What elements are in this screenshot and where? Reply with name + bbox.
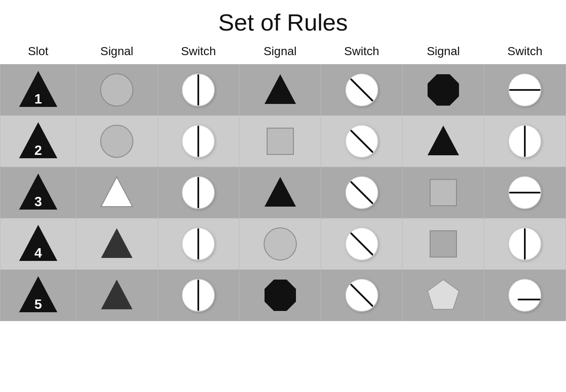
svg-marker-46	[101, 280, 132, 309]
switch2-cell	[321, 270, 403, 321]
signal2-cell	[239, 270, 321, 321]
switch3-shape	[489, 276, 561, 314]
switch2-shape	[325, 225, 398, 263]
svg-marker-35	[101, 228, 132, 258]
signal1-shape	[81, 174, 153, 212]
slot-cell: 4	[0, 218, 76, 270]
signal3-cell	[403, 116, 484, 167]
signal2-shape	[244, 71, 316, 109]
header-signal2: Signal	[239, 40, 321, 64]
signal2-shape	[244, 174, 316, 212]
signal3-cell	[403, 270, 484, 321]
slot-cell: 1	[0, 64, 76, 116]
signal2-cell	[239, 167, 321, 218]
header-slot: Slot	[0, 40, 76, 64]
slot-cell: 2	[0, 116, 76, 167]
table-row: 5	[0, 270, 566, 321]
switch3-shape	[489, 122, 561, 160]
svg-text:4: 4	[34, 245, 42, 260]
switch1-shape	[162, 276, 235, 314]
switch1-cell	[158, 116, 239, 167]
signal3-shape	[407, 276, 479, 314]
signal2-shape	[244, 122, 316, 160]
header-signal1: Signal	[76, 40, 158, 64]
switch1-cell	[158, 167, 239, 218]
signal1-cell	[76, 167, 158, 218]
switch2-shape	[325, 122, 398, 160]
svg-text:2: 2	[34, 143, 42, 158]
switch3-cell	[484, 167, 566, 218]
header-signal3: Signal	[403, 40, 484, 64]
slot-shape: 4	[5, 223, 72, 265]
svg-rect-41	[430, 231, 456, 257]
switch3-shape	[489, 225, 561, 263]
page-title: Set of Rules	[0, 0, 566, 40]
switch3-cell	[484, 270, 566, 321]
switch2-cell	[321, 167, 403, 218]
signal1-cell	[76, 116, 158, 167]
switch1-shape	[162, 122, 235, 160]
rules-table-container: Slot Signal Switch Signal Switch Signal …	[0, 40, 566, 321]
header-switch2: Switch	[321, 40, 403, 64]
svg-text:3: 3	[34, 194, 42, 209]
signal2-shape	[244, 225, 316, 263]
svg-marker-27	[265, 177, 296, 207]
signal3-shape	[407, 71, 479, 109]
signal1-shape	[81, 122, 153, 160]
switch1-shape	[162, 71, 235, 109]
slot-shape: 2	[5, 120, 72, 162]
switch2-shape	[325, 174, 398, 212]
header-switch1: Switch	[158, 40, 239, 64]
slot-shape: 5	[5, 274, 72, 316]
signal3-shape	[407, 174, 479, 212]
signal2-cell	[239, 116, 321, 167]
signal2-shape	[244, 276, 316, 314]
table-row: 4	[0, 218, 566, 270]
signal1-cell	[76, 270, 158, 321]
table-row: 2	[0, 116, 566, 167]
svg-marker-49	[265, 280, 296, 311]
signal3-shape	[407, 122, 479, 160]
switch1-shape	[162, 174, 235, 212]
table-row: 3	[0, 167, 566, 218]
signal1-cell	[76, 64, 158, 116]
slot-cell: 3	[0, 167, 76, 218]
svg-marker-19	[428, 126, 459, 155]
switch3-cell	[484, 218, 566, 270]
svg-marker-5	[265, 74, 296, 104]
slot-shape: 3	[5, 171, 72, 214]
svg-rect-16	[267, 128, 293, 154]
signal1-shape	[81, 71, 153, 109]
switch1-cell	[158, 270, 239, 321]
svg-point-53	[509, 279, 541, 311]
signal1-shape	[81, 276, 153, 314]
table-row: 1	[0, 64, 566, 116]
switch1-shape	[162, 225, 235, 263]
switch3-shape	[489, 71, 561, 109]
svg-point-13	[101, 125, 133, 157]
svg-point-38	[264, 228, 296, 260]
signal3-cell	[403, 167, 484, 218]
header-row: Slot Signal Switch Signal Switch Signal …	[0, 40, 566, 64]
svg-marker-24	[101, 177, 132, 207]
slot-cell: 5	[0, 270, 76, 321]
switch2-cell	[321, 218, 403, 270]
svg-text:1: 1	[34, 91, 42, 106]
switch3-cell	[484, 116, 566, 167]
signal1-cell	[76, 218, 158, 270]
switch2-cell	[321, 116, 403, 167]
slot-shape: 1	[5, 69, 72, 111]
header-switch3: Switch	[484, 40, 566, 64]
signal3-cell	[403, 64, 484, 116]
signal1-shape	[81, 225, 153, 263]
switch3-cell	[484, 64, 566, 116]
signal3-shape	[407, 225, 479, 263]
switch1-cell	[158, 218, 239, 270]
switch2-cell	[321, 64, 403, 116]
svg-text:5: 5	[34, 297, 42, 312]
switch2-shape	[325, 71, 398, 109]
svg-rect-30	[430, 179, 456, 206]
rules-table: Slot Signal Switch Signal Switch Signal …	[0, 40, 566, 321]
switch2-shape	[325, 276, 398, 314]
signal2-cell	[239, 218, 321, 270]
